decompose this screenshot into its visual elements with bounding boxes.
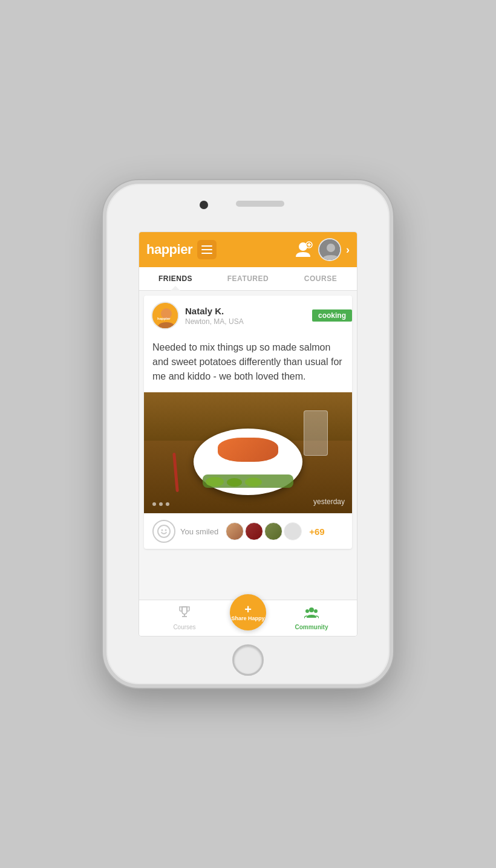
svg-point-13 [165, 530, 167, 531]
community-label: Community [295, 624, 328, 630]
reaction-count: +69 [309, 526, 324, 537]
camera-dot [200, 201, 208, 209]
phone-top-bar [106, 184, 390, 232]
category-badge: cooking [312, 309, 352, 322]
smiled-label: You smiled [180, 527, 218, 536]
chevron-right-icon[interactable]: › [346, 244, 350, 256]
dot-3 [166, 502, 169, 506]
phone-frame: happier [103, 180, 393, 688]
reaction-avatar-2 [245, 522, 263, 540]
svg-point-5 [327, 244, 335, 252]
phone-bottom-bar [106, 636, 390, 684]
menu-button[interactable] [197, 240, 217, 259]
courses-icon [178, 606, 191, 622]
menu-line-2 [201, 249, 212, 250]
svg-text:happier: happier [157, 317, 171, 320]
reaction-avatar-4 [284, 522, 302, 540]
speaker-grill [236, 201, 284, 207]
dot-1 [152, 502, 156, 506]
app-header: happier [139, 232, 357, 267]
community-icon [304, 606, 319, 622]
tab-featured[interactable]: FEATURED [212, 267, 284, 290]
svg-point-16 [309, 607, 314, 612]
svg-point-11 [158, 525, 170, 537]
nav-courses[interactable]: Courses [139, 602, 230, 634]
community-group-icon [304, 606, 319, 619]
tab-friends[interactable]: FRIENDS [139, 267, 212, 290]
app-logo: happier [146, 242, 192, 257]
profile-avatar[interactable] [318, 238, 341, 261]
tabs-container: FRIENDS FEATURED COURSE [139, 267, 357, 291]
smile-icon [157, 525, 171, 538]
poster-avatar-svg: happier [152, 303, 179, 329]
image-timestamp: yesterday [313, 497, 345, 506]
avatar-image [319, 239, 340, 260]
tab-course[interactable]: COURSE [284, 267, 357, 290]
bottom-nav: Courses + Share Happy Commun [139, 600, 357, 636]
post-image: yesterday [144, 392, 352, 513]
add-friend-icon [293, 240, 313, 259]
nav-community[interactable]: Community [266, 602, 357, 634]
menu-line-3 [201, 253, 212, 254]
courses-label: Courses [173, 624, 195, 630]
svg-point-18 [314, 609, 318, 613]
image-dots [152, 502, 169, 506]
reaction-avatar-1 [226, 522, 244, 540]
smile-button[interactable] [152, 520, 175, 543]
trophy-icon [178, 606, 191, 619]
share-happy-label: Share Happy [231, 615, 264, 621]
header-left: happier [146, 240, 217, 259]
reaction-avatar-3 [264, 522, 282, 540]
share-happy-plus: + [244, 603, 252, 615]
avatar-svg [319, 239, 341, 261]
feed-content: happier Nataly K. Newton, MA, USA coo [139, 291, 357, 600]
plate [194, 429, 302, 495]
post-card: happier Nataly K. Newton, MA, USA coo [144, 296, 352, 549]
post-header: happier Nataly K. Newton, MA, USA coo [144, 296, 352, 335]
reaction-avatars [226, 522, 302, 540]
svg-point-12 [162, 530, 163, 531]
header-right: › [293, 238, 350, 261]
menu-line-1 [201, 245, 212, 247]
dot-2 [159, 502, 163, 506]
share-happy-button[interactable]: + Share Happy [230, 594, 266, 630]
post-avatar: happier [151, 302, 179, 329]
reactions-row: You smiled +69 [144, 513, 352, 549]
food-scene [144, 392, 352, 513]
post-text: Needed to mix things up so made salmon a… [144, 335, 352, 392]
phone-screen: happier [139, 232, 357, 636]
svg-point-17 [305, 609, 309, 613]
home-button[interactable] [232, 644, 264, 676]
glass [304, 410, 328, 456]
add-friend-button[interactable] [293, 239, 313, 260]
